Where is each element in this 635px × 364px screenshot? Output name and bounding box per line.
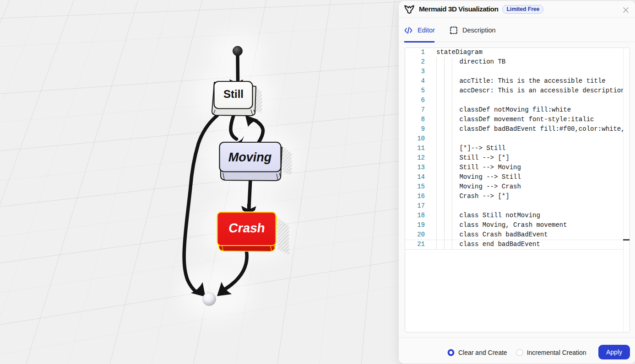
svg-text:Crash: Crash — [228, 221, 266, 235]
svg-text:Still: Still — [223, 88, 244, 100]
svg-text:Moving: Moving — [228, 150, 272, 164]
